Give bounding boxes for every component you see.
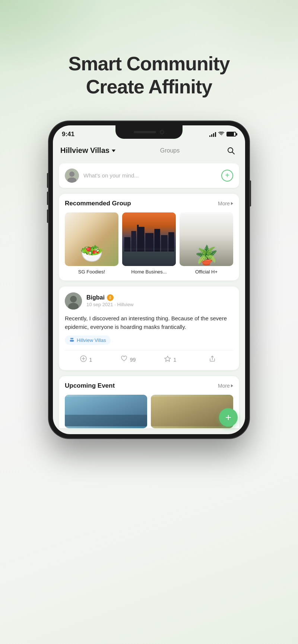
post-username-row: Bigbai ₿ xyxy=(86,294,233,301)
recommended-group-section: Recommended Group More SG Foodies! xyxy=(59,194,239,281)
svg-rect-15 xyxy=(124,249,174,249)
group-name-food: SG Foodies! xyxy=(65,269,118,275)
post-input-bar[interactable]: What's on your mind... + xyxy=(59,163,239,188)
upcoming-event-section: Upcoming Event More xyxy=(59,376,239,428)
status-time: 9:41 xyxy=(62,131,74,138)
group-name-plant: Official H+ xyxy=(180,269,233,275)
group-image-food xyxy=(65,212,118,266)
community-name[interactable]: Hillview Villas xyxy=(60,146,110,155)
phone-notch xyxy=(115,125,183,139)
comment-icon xyxy=(80,355,87,364)
group-item-city[interactable]: Home Busines... xyxy=(122,212,176,275)
comment-action[interactable]: 1 xyxy=(65,355,107,364)
phone-outer-frame: 9:41 xyxy=(48,121,250,439)
post-text: Recently, I discovered an interesting th… xyxy=(65,314,233,331)
groups-tab[interactable]: Groups xyxy=(160,147,180,154)
group-name-city: Home Busines... xyxy=(122,269,176,275)
svg-point-3 xyxy=(69,172,74,177)
like-count: 99 xyxy=(130,357,136,363)
svg-rect-31 xyxy=(65,415,147,426)
post-input-placeholder[interactable]: What's on your mind... xyxy=(83,172,217,179)
post-meta: 10 sep 2021 · Hillview xyxy=(86,302,233,307)
svg-line-1 xyxy=(232,152,235,154)
svg-rect-9 xyxy=(137,227,145,251)
svg-rect-10 xyxy=(137,225,139,229)
svg-rect-17 xyxy=(124,255,174,256)
more-events-button[interactable]: More xyxy=(218,383,233,389)
signal-icon xyxy=(209,132,216,137)
app-header: Hillview Villas Groups xyxy=(53,141,245,162)
search-button[interactable] xyxy=(224,144,238,157)
group-image-city xyxy=(122,212,176,266)
post-actions: 1 99 xyxy=(65,350,233,364)
svg-point-21 xyxy=(70,338,72,339)
groups-grid: SG Foodies! xyxy=(65,212,233,275)
post-tag-text: Hillview Villas xyxy=(77,337,106,343)
svg-rect-12 xyxy=(154,229,160,251)
post-user-info: Bigbai ₿ 10 sep 2021 · Hillview xyxy=(86,294,233,307)
comment-count: 1 xyxy=(89,357,92,363)
post-user-avatar xyxy=(65,292,82,310)
volume-button-down xyxy=(47,209,48,223)
phone-mockup-container: 9:41 xyxy=(0,121,298,439)
svg-point-19 xyxy=(70,296,77,302)
events-grid xyxy=(65,395,233,428)
section-header-groups: Recommended Group More xyxy=(65,200,233,207)
wifi-icon xyxy=(218,131,224,137)
status-icons xyxy=(209,131,236,137)
front-camera xyxy=(160,130,164,134)
star-count: 1 xyxy=(174,357,177,363)
section-header-events: Upcoming Event More xyxy=(65,382,233,390)
like-action[interactable]: 99 xyxy=(107,355,149,364)
volume-button-up xyxy=(47,192,48,205)
post-tag-hillview[interactable]: Hillview Villas xyxy=(65,336,111,345)
post-add-button[interactable]: + xyxy=(221,170,233,182)
header-left: Hillview Villas xyxy=(60,146,115,155)
svg-rect-8 xyxy=(131,231,136,251)
group-image-plant xyxy=(180,212,233,266)
dropdown-arrow-icon[interactable] xyxy=(112,150,115,152)
svg-point-24 xyxy=(72,340,74,342)
more-arrow-icon xyxy=(231,202,233,205)
fab-button[interactable]: + xyxy=(219,408,238,427)
upcoming-event-title: Upcoming Event xyxy=(65,382,115,390)
svg-point-22 xyxy=(72,338,73,339)
search-icon xyxy=(227,147,235,155)
event-item-1[interactable] xyxy=(65,395,147,428)
speaker-grille xyxy=(134,131,156,133)
share-action[interactable] xyxy=(191,355,233,364)
user-avatar-small xyxy=(65,169,79,183)
group-item-plant[interactable]: Official H+ xyxy=(180,212,233,275)
post-header: Bigbai ₿ 10 sep 2021 · Hillview xyxy=(65,292,233,310)
more-groups-button[interactable]: More xyxy=(218,201,233,206)
group-item-food[interactable]: SG Foodies! xyxy=(65,212,118,275)
star-icon xyxy=(164,355,171,364)
more-events-arrow-icon xyxy=(231,384,233,387)
recommended-group-title: Recommended Group xyxy=(65,200,131,207)
svg-marker-28 xyxy=(165,356,171,362)
share-icon xyxy=(209,355,216,364)
svg-rect-14 xyxy=(168,232,174,251)
like-icon xyxy=(120,355,128,364)
svg-rect-16 xyxy=(124,252,174,252)
post-username: Bigbai xyxy=(86,294,105,301)
post-user-badge: ₿ xyxy=(107,294,114,301)
community-tag-icon xyxy=(69,337,74,343)
post-card: Bigbai ₿ 10 sep 2021 · Hillview Recently… xyxy=(59,286,239,371)
phone-screen: 9:41 xyxy=(53,125,245,435)
star-action[interactable]: 1 xyxy=(149,355,191,364)
battery-icon xyxy=(226,132,236,137)
